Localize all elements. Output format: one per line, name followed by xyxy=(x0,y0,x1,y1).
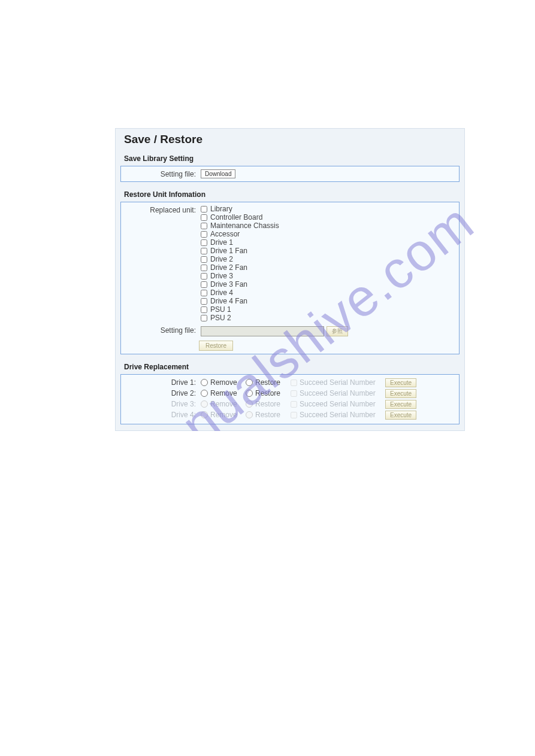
replaced-unit-checkbox[interactable] xyxy=(201,256,207,263)
save-section-box: Setting file: Download xyxy=(120,166,460,182)
replaced-unit-checkbox-row: PSU 2 xyxy=(201,314,456,322)
replaced-unit-checkbox-row: Drive 3 Fan xyxy=(201,280,456,289)
replaced-unit-checkbox-row: Library xyxy=(201,205,456,213)
page-title: Save / Restore xyxy=(116,129,464,152)
replaced-unit-checkbox-row: Maintenance Chassis xyxy=(201,221,456,230)
drive-row-label: Drive 2: xyxy=(124,389,201,397)
succeed-serial-checkbox[interactable] xyxy=(291,390,297,397)
remove-radio[interactable] xyxy=(201,411,208,418)
remove-radio[interactable] xyxy=(201,379,208,386)
restore-radio[interactable] xyxy=(246,411,253,418)
remove-radio[interactable] xyxy=(201,390,208,397)
browse-button[interactable]: 参照 xyxy=(327,326,348,336)
restore-section-title: Restore Unit Infomation xyxy=(116,188,464,202)
save-section-title: Save Library Setting xyxy=(116,152,464,166)
replaced-unit-checkbox-label: Drive 3 Fan xyxy=(210,280,247,289)
replaced-unit-checkbox[interactable] xyxy=(201,265,207,271)
replaced-unit-checkbox[interactable] xyxy=(201,315,207,321)
replaced-unit-checkbox[interactable] xyxy=(201,281,207,288)
execute-button[interactable]: Execute xyxy=(385,400,416,409)
remove-radio-label: Remove xyxy=(210,378,237,387)
succeed-serial-checkbox[interactable] xyxy=(291,412,297,418)
replaced-unit-checkbox-row: Drive 2 xyxy=(201,255,456,263)
succeed-serial-checkbox[interactable] xyxy=(291,401,297,408)
replaced-unit-checkbox-label: Drive 1 Fan xyxy=(210,247,247,255)
restore-radio-label: Restore xyxy=(255,400,280,408)
restore-radio[interactable] xyxy=(246,400,253,408)
drive-row: Drive 3:RemoveRestoreSucceed Serial Numb… xyxy=(124,399,456,409)
succeed-serial-label: Succeed Serial Number xyxy=(300,411,376,419)
replaced-unit-checkbox-label: PSU 1 xyxy=(210,305,231,314)
replaced-unit-checkbox[interactable] xyxy=(201,239,207,246)
replaced-unit-checkbox[interactable] xyxy=(201,306,207,313)
save-setting-file-label: Setting file: xyxy=(124,170,201,178)
restore-radio[interactable] xyxy=(246,390,253,397)
succeed-serial-label: Succeed Serial Number xyxy=(300,378,376,387)
replaced-unit-checkbox-row: Drive 3 xyxy=(201,272,456,280)
succeed-serial-label: Succeed Serial Number xyxy=(300,389,376,397)
replaced-unit-checkbox[interactable] xyxy=(201,206,207,212)
drive-row-label: Drive 1: xyxy=(124,378,201,387)
replaced-unit-checkbox-row: Drive 4 xyxy=(201,289,456,297)
replaced-unit-checkbox-label: Drive 1 xyxy=(210,238,233,247)
execute-button[interactable]: Execute xyxy=(385,411,416,420)
drive-row: Drive 1:RemoveRestoreSucceed Serial Numb… xyxy=(124,377,456,388)
drive-row-label: Drive 3: xyxy=(124,400,201,408)
remove-radio[interactable] xyxy=(201,400,208,408)
replaced-unit-label: Replaced unit: xyxy=(124,205,201,322)
replaced-unit-checkbox[interactable] xyxy=(201,214,207,221)
replaced-unit-checkbox-row: PSU 1 xyxy=(201,305,456,314)
replaced-unit-checkbox-label: Drive 2 xyxy=(210,255,233,263)
replaced-unit-checkbox-label: Maintenance Chassis xyxy=(210,221,279,230)
succeed-serial-label: Succeed Serial Number xyxy=(300,400,376,408)
replaced-unit-checkbox[interactable] xyxy=(201,298,207,305)
replaced-unit-checkbox-label: Accessor xyxy=(210,230,240,238)
restore-radio-label: Restore xyxy=(255,411,280,419)
drive-row-label: Drive 4: xyxy=(124,411,201,419)
remove-radio-label: Remove xyxy=(210,400,237,408)
replaced-unit-checkbox[interactable] xyxy=(201,231,207,238)
remove-radio-label: Remove xyxy=(210,389,237,397)
drive-row: Drive 4:RemoveRestoreSucceed Serial Numb… xyxy=(124,409,456,420)
restore-radio[interactable] xyxy=(246,379,253,386)
drive-section-box: Drive 1:RemoveRestoreSucceed Serial Numb… xyxy=(120,374,460,424)
restore-radio-label: Restore xyxy=(255,389,280,397)
replaced-unit-checkbox[interactable] xyxy=(201,290,207,296)
replaced-unit-checkbox-label: Drive 4 Fan xyxy=(210,297,247,305)
replaced-unit-checkbox-label: Drive 4 xyxy=(210,289,233,297)
replaced-unit-checkbox[interactable] xyxy=(201,248,207,254)
replaced-unit-checkbox-label: PSU 2 xyxy=(210,314,231,322)
replaced-unit-checkbox-row: Drive 2 Fan xyxy=(201,263,456,272)
replaced-unit-checkbox-row: Drive 1 xyxy=(201,238,456,247)
replaced-unit-checkbox[interactable] xyxy=(201,223,207,229)
replaced-unit-checkbox-row: Controller Board xyxy=(201,213,456,221)
execute-button[interactable]: Execute xyxy=(385,378,416,387)
replaced-unit-checkbox-label: Library xyxy=(210,205,232,213)
drive-section-title: Drive Replacement xyxy=(116,360,464,374)
setting-file-input[interactable] xyxy=(201,326,324,336)
download-button[interactable]: Download xyxy=(201,169,235,178)
remove-radio-label: Remove xyxy=(210,411,237,419)
replaced-unit-checkbox[interactable] xyxy=(201,273,207,280)
restore-section-box: Replaced unit: LibraryController BoardMa… xyxy=(120,202,460,354)
execute-button[interactable]: Execute xyxy=(385,389,416,398)
drive-row: Drive 2:RemoveRestoreSucceed Serial Numb… xyxy=(124,388,456,399)
restore-setting-file-label: Setting file: xyxy=(124,326,201,335)
replaced-unit-checkbox-row: Accessor xyxy=(201,230,456,238)
replaced-unit-checkbox-label: Drive 2 Fan xyxy=(210,263,247,272)
succeed-serial-checkbox[interactable] xyxy=(291,379,297,386)
replaced-unit-checkbox-row: Drive 4 Fan xyxy=(201,297,456,305)
replaced-unit-checkbox-row: Drive 1 Fan xyxy=(201,247,456,255)
replaced-unit-checkbox-list: LibraryController BoardMaintenance Chass… xyxy=(201,205,456,322)
replaced-unit-checkbox-label: Drive 3 xyxy=(210,272,233,280)
panel-container: Save / Restore Save Library Setting Sett… xyxy=(115,128,465,431)
restore-button[interactable]: Restore xyxy=(199,341,233,351)
replaced-unit-checkbox-label: Controller Board xyxy=(210,213,262,221)
restore-radio-label: Restore xyxy=(255,378,280,387)
